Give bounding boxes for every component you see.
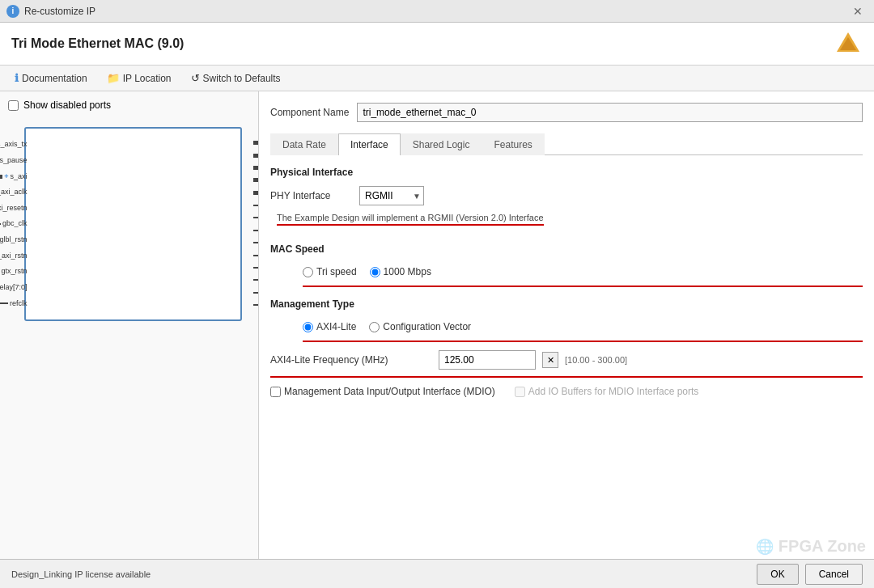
tri-speed-radio[interactable] [303, 267, 313, 277]
port-rgmii-status: + rgmii_status [253, 150, 259, 161]
tabs-row: Data Rate Interface Shared Logic Feature… [270, 133, 863, 155]
folder-icon: 📁 [107, 72, 120, 84]
management-type-radio-group: AXI4-Lite Configuration Vector [303, 318, 863, 342]
dialog-title: Tri Mode Ethernet MAC (9.0) [11, 36, 184, 51]
switch-defaults-button[interactable]: ↺ Switch to Defaults [188, 70, 284, 86]
mac-speed-section: MAC Speed Tri speed 1000 Mbps [270, 243, 863, 287]
component-name-label: Component Name [270, 107, 349, 118]
freq-clear-button[interactable]: ✕ [542, 352, 558, 368]
port-rx-mac-aclk: rx_mac_aclk [253, 225, 259, 235]
component-name-row: Component Name [270, 103, 863, 122]
footer-status: Design_Linking IP license available [11, 569, 151, 579]
left-ports: s_axis_tx + s_axis_pause + s_axi + [0, 129, 28, 319]
window-title: Re-customize IP [24, 6, 95, 17]
port-rgmii: + rgmii [253, 137, 259, 148]
right-ports: + rgmii + rgmii_status + m_axis_rx [253, 129, 259, 319]
management-type-section: Management Type AXI4-Lite Configuration … [270, 298, 863, 397]
1000mbps-label: 1000 Mbps [384, 266, 431, 277]
mdio-checkbox[interactable] [270, 387, 281, 397]
ok-button[interactable]: OK [757, 564, 798, 585]
axi4lite-option[interactable]: AXI4-Lite [303, 321, 356, 332]
phy-interface-select[interactable]: RGMII GMII MII SGMII [359, 186, 424, 205]
tab-features[interactable]: Features [482, 133, 544, 155]
port-mac-irq: mac_irq [253, 300, 259, 311]
mac-speed-title: MAC Speed [270, 243, 863, 255]
switch-defaults-label: Switch to Defaults [203, 73, 281, 84]
axi4lite-label: AXI4-Lite [316, 321, 356, 332]
footer-buttons: OK Cancel [757, 564, 863, 585]
config-vector-radio[interactable] [369, 322, 380, 332]
ip-location-button[interactable]: 📁 IP Location [104, 70, 175, 86]
port-tx-statistics: + tx_statistics [253, 175, 259, 185]
show-disabled-checkbox[interactable] [8, 100, 19, 111]
tab-data-rate[interactable]: Data Rate [270, 133, 338, 155]
port-gbc-clk: gbc_clk [0, 218, 28, 229]
port-s-axi-resetn: s_axi_resetn [0, 203, 28, 214]
mac-speed-radio-group: Tri speed 1000 Mbps [303, 263, 863, 287]
port-rx-statistics: + rx_statistics [253, 188, 259, 198]
port-s-axi: s_axi + [0, 171, 28, 182]
left-panel: Show disabled ports s_axis_tx + s_axis_p… [0, 91, 259, 559]
tri-speed-option[interactable]: Tri speed [303, 266, 357, 277]
cancel-button[interactable]: Cancel [805, 564, 863, 585]
port-s-axi-aclk: s_axi_aclk [0, 187, 28, 197]
mdio-row: Management Data Input/Output Interface (… [270, 386, 863, 397]
io-buffers-checkbox[interactable] [515, 387, 525, 397]
port-gbc-clk-out: gbc_clk_out [253, 200, 259, 210]
port-m-axis-rx: + m_axis_rx [253, 163, 259, 173]
port-s-axis-tx: s_axis_tx + [0, 139, 28, 150]
freq-input[interactable] [439, 350, 536, 370]
freq-label: AXI4-Lite Frequency (MHz) [270, 354, 432, 366]
title-bar-left: i Re-customize IP [6, 5, 95, 18]
clear-icon: ✕ [547, 355, 554, 366]
info-text-container: The Example Design will implement a RGMI… [274, 212, 863, 234]
port-s-axis-pause: s_axis_pause + [0, 155, 28, 166]
phy-interface-row: PHY Interface RGMII GMII MII SGMII ▼ [270, 186, 863, 205]
xilinx-logo-icon [834, 29, 863, 58]
port-speedis10100: speedis10100 [253, 287, 259, 298]
documentation-label: Documentation [22, 73, 87, 84]
port-rx-reset: rx_reset [253, 238, 259, 248]
component-name-input[interactable] [357, 103, 863, 122]
phy-select-wrapper: RGMII GMII MII SGMII ▼ [359, 186, 424, 205]
axi4lite-radio[interactable] [303, 322, 313, 332]
mdio-checkbox-item: Management Data Input/Output Interface (… [270, 386, 495, 397]
toolbar: ℹ Documentation 📁 IP Location ↺ Switch t… [0, 66, 874, 91]
title-bar: i Re-customize IP ✕ [0, 0, 874, 23]
info-icon: ℹ [15, 72, 19, 84]
tri-speed-label: Tri speed [316, 266, 357, 277]
documentation-button[interactable]: ℹ Documentation [11, 70, 91, 86]
show-disabled-label: Show disabled ports [23, 99, 111, 111]
1000mbps-option[interactable]: 1000 Mbps [370, 266, 431, 277]
ip-location-label: IP Location [123, 73, 172, 84]
physical-interface-title: Physical Interface [270, 167, 863, 178]
plus-icon: + [4, 171, 8, 182]
diagram-inner [42, 135, 224, 313]
port-speedis100: speedis100 [253, 275, 259, 286]
close-button[interactable]: ✕ [848, 3, 868, 19]
tab-interface[interactable]: Interface [338, 133, 401, 155]
port-tx-mac-aclk: tx_mac_aclk [253, 250, 259, 260]
physical-interface-section: Physical Interface PHY Interface RGMII G… [270, 167, 863, 234]
mdio-label: Management Data Input/Output Interface (… [284, 386, 495, 397]
main-content: Show disabled ports s_axis_tx + s_axis_p… [0, 91, 874, 559]
port-glbl-rstn: glbl_rstn [0, 235, 28, 245]
phy-interface-label: PHY Interface [270, 190, 351, 201]
port-refclk: refclk [0, 298, 28, 309]
dialog-header: Tri Mode Ethernet MAC (9.0) [0, 23, 874, 66]
port-rx-axi-rstn: rx_axi_rstn [0, 251, 28, 261]
1000mbps-radio[interactable] [370, 267, 380, 277]
io-buffers-label: Add IO Buffers for MDIO Interface ports [528, 386, 699, 397]
config-vector-option[interactable]: Configuration Vector [369, 321, 471, 332]
freq-row: AXI4-Lite Frequency (MHz) ✕ [10.00 - 300… [270, 350, 863, 378]
rgmii-info-text: The Example Design will implement a RGMI… [277, 213, 544, 226]
port-tx-ifg-delay: tx_ifg_delay[7:0] [0, 282, 28, 293]
app-icon: i [6, 5, 19, 18]
port-tx-reset: tx_reset [253, 262, 259, 273]
tab-shared-logic[interactable]: Shared Logic [401, 133, 482, 155]
management-type-title: Management Type [270, 298, 863, 310]
config-vector-label: Configuration Vector [383, 321, 471, 332]
port-gtx-rstn: gtx_rstn [0, 266, 28, 277]
refresh-icon: ↺ [191, 72, 200, 84]
io-buffers-checkbox-item: Add IO Buffers for MDIO Interface ports [515, 386, 699, 397]
